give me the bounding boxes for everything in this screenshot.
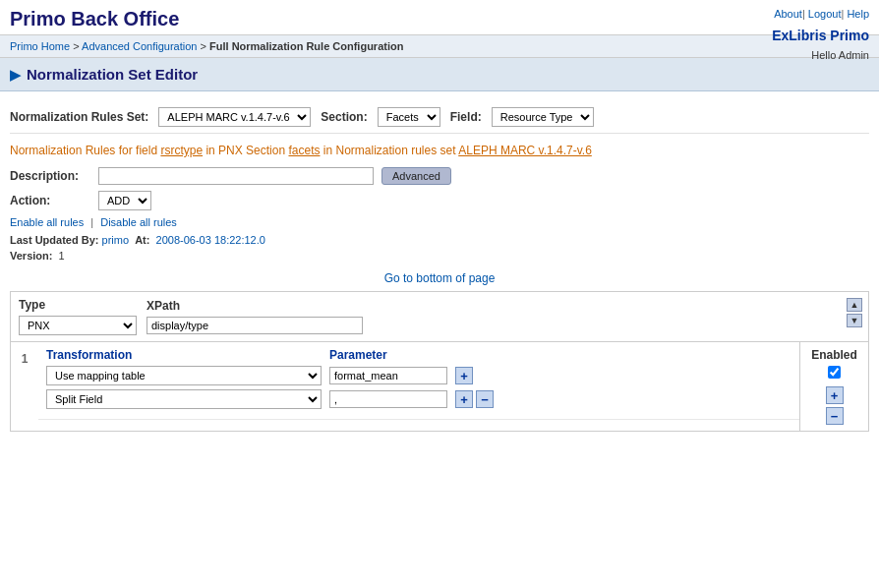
field-select[interactable]: Resource Type — [492, 107, 594, 127]
last-updated-row: Last Updated By: primo At: 2008-06-03 18… — [10, 234, 869, 246]
type-column: Type PNX — [19, 298, 137, 335]
rule-content: Transformation Parameter Use mapping tab… — [38, 342, 799, 420]
plus-minus-2: + − — [455, 390, 494, 408]
description-input[interactable] — [98, 167, 374, 185]
scroll-down-btn[interactable]: ▼ — [847, 314, 862, 327]
field-label: Field: — [450, 110, 482, 124]
enable-all-link[interactable]: Enable all rules — [10, 216, 84, 228]
plus-btn-1[interactable]: + — [455, 367, 473, 384]
xpath-input[interactable] — [146, 317, 363, 334]
plus-minus-1: + — [455, 367, 473, 384]
rule-fields-1: Use mapping table + — [46, 366, 791, 385]
about-link[interactable]: About — [774, 8, 802, 20]
enabled-action-buttons: + − — [826, 386, 844, 425]
section-link[interactable]: facets — [288, 144, 320, 157]
action-label: Action: — [10, 194, 98, 207]
xpath-header: XPath — [146, 299, 382, 313]
breadcrumb: Primo Home > Advanced Configuration > Fu… — [0, 35, 879, 58]
enabled-checkbox-row — [828, 366, 841, 379]
enabled-panel: Enabled + − — [799, 342, 868, 431]
info-text: Normalization Rules for field rsrctype i… — [10, 144, 869, 157]
last-updated-value: primo — [102, 234, 130, 246]
exlibris-logo: ExLibris Primo — [772, 28, 869, 43]
type-select[interactable]: PNX — [19, 316, 137, 335]
description-label: Description: — [10, 169, 98, 183]
section-select[interactable]: Facets — [378, 107, 440, 127]
content-area: Normalization Rules Set: ALEPH MARC v.1.… — [0, 91, 879, 441]
section-label: Section: — [321, 110, 367, 124]
version-label: Version: — [10, 250, 52, 262]
rule-row-1: 1 Transformation Parameter Use mapping t… — [11, 342, 868, 431]
minus-btn-2[interactable]: − — [476, 390, 494, 408]
transformation-header: Transformation — [46, 348, 322, 362]
field-link[interactable]: rsrctype — [160, 144, 203, 157]
norm-set-select[interactable]: ALEPH MARC v.1.4.7-v.6 — [158, 107, 311, 127]
enabled-label: Enabled — [811, 348, 857, 362]
hello-text: Hello Admin — [811, 49, 869, 61]
header: Primo Back Office About| Logout| Help Ex… — [0, 0, 879, 35]
enable-disable-row: Enable all rules | Disable all rules — [10, 216, 869, 228]
expand-icon[interactable]: ▶ — [10, 67, 21, 83]
scroll-buttons: ▲ ▼ — [847, 298, 862, 327]
plus-btn-2[interactable]: + — [455, 390, 473, 408]
app-title: Primo Back Office — [10, 8, 869, 30]
scroll-up-btn[interactable]: ▲ — [847, 298, 862, 312]
row-number: 1 — [11, 342, 38, 366]
action-row: Action: ADD — [10, 191, 869, 210]
set-link[interactable]: ALEPH MARC v.1.4.7-v.6 — [458, 144, 592, 157]
logout-link[interactable]: Logout — [808, 8, 842, 20]
xpath-column: XPath — [146, 299, 382, 334]
norm-set-label: Normalization Rules Set: — [10, 110, 148, 124]
parameter-input-2[interactable] — [329, 390, 447, 408]
transformation-select-1[interactable]: Use mapping table — [46, 366, 322, 385]
action-select[interactable]: ADD — [98, 191, 151, 210]
enabled-plus-btn[interactable]: + — [826, 386, 844, 404]
breadcrumb-advanced[interactable]: Advanced Configuration — [82, 40, 197, 52]
advanced-button[interactable]: Advanced — [381, 167, 451, 185]
version-value: 1 — [59, 250, 65, 262]
version-row: Version: 1 — [10, 250, 869, 262]
section-header: ▶ Normalization Set Editor — [0, 58, 879, 91]
table-header-row: Type PNX XPath — [11, 292, 868, 342]
enabled-minus-btn[interactable]: − — [826, 407, 844, 425]
goto-bottom-container: Go to bottom of page — [10, 271, 869, 285]
at-value: 2008-06-03 18:22:12.0 — [156, 234, 265, 246]
last-updated-label: Last Updated By: — [10, 234, 98, 246]
parameter-header: Parameter — [329, 348, 487, 362]
goto-bottom-link[interactable]: Go to bottom of page — [384, 271, 496, 285]
description-row: Description: Advanced — [10, 167, 869, 185]
section-title: Normalization Set Editor — [27, 66, 198, 83]
enabled-checkbox[interactable] — [828, 366, 841, 379]
parameter-input-1[interactable] — [329, 367, 447, 384]
breadcrumb-current: Full Normalization Rule Configuration — [209, 40, 403, 52]
table-area: ▲ ▼ Type PNX XPath 1 Transformation — [10, 291, 869, 432]
norm-set-row: Normalization Rules Set: ALEPH MARC v.1.… — [10, 101, 869, 134]
help-link[interactable]: Help — [847, 8, 869, 20]
header-nav-links: About| Logout| Help — [774, 8, 869, 20]
at-label: At: — [135, 234, 149, 246]
type-header: Type — [19, 298, 137, 312]
rule-fields-2: Split Field + − — [46, 389, 791, 409]
transformation-select-2[interactable]: Split Field — [46, 389, 322, 409]
disable-all-link[interactable]: Disable all rules — [100, 216, 177, 228]
rule-headers: Transformation Parameter — [46, 348, 791, 362]
breadcrumb-home[interactable]: Primo Home — [10, 40, 70, 52]
